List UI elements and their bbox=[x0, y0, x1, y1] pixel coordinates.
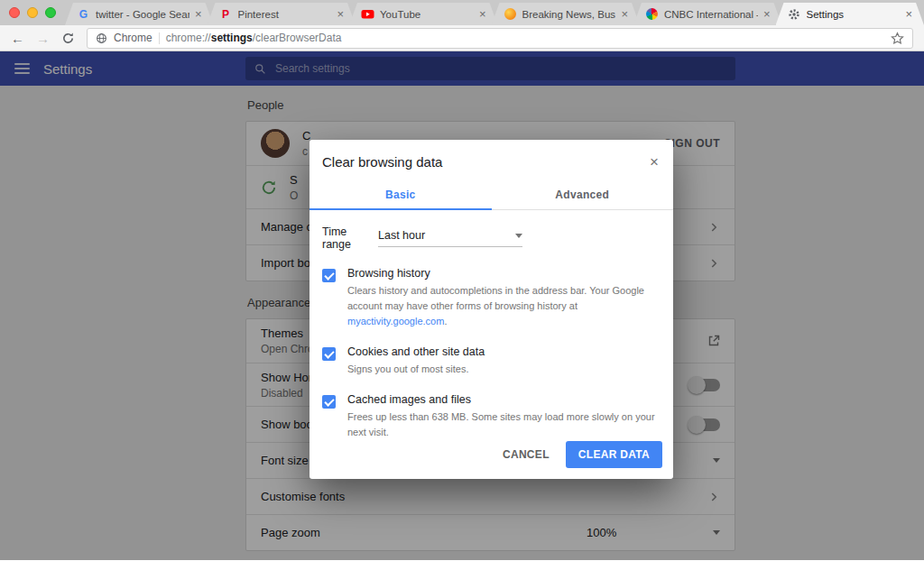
google-favicon-icon: G bbox=[77, 7, 90, 21]
cached-images-checkbox[interactable] bbox=[322, 395, 336, 409]
item-description: Clears history and autocompletions in th… bbox=[347, 283, 659, 329]
tab-pinterest[interactable]: P Pinterest × bbox=[208, 3, 356, 25]
tab-breaking-news[interactable]: Breaking News, Business × bbox=[492, 3, 641, 25]
gear-favicon-icon bbox=[788, 7, 801, 21]
tab-list: G twitter - Google Search × P Pinterest … bbox=[65, 0, 924, 25]
browser-window: G twitter - Google Search × P Pinterest … bbox=[0, 0, 924, 561]
tab-settings[interactable]: Settings × bbox=[776, 3, 924, 25]
tab-strip: G twitter - Google Search × P Pinterest … bbox=[0, 0, 924, 25]
browsing-history-item: Browsing history Clears history and auto… bbox=[322, 267, 661, 329]
cnbc-favicon-icon bbox=[645, 7, 659, 21]
browser-toolbar: ← → Chrome chrome://settings/clearBrowse… bbox=[0, 25, 924, 51]
settings-page: Settings People C c bbox=[0, 51, 924, 560]
omnibox-divider bbox=[159, 32, 160, 44]
tab-twitter-google-search[interactable]: G twitter - Google Search × bbox=[65, 3, 214, 25]
tab-title: twitter - Google Search bbox=[96, 9, 189, 20]
url-text: chrome://settings/clearBrowserData bbox=[166, 32, 342, 44]
item-title: Cookies and other site data bbox=[347, 345, 659, 358]
tab-title: CNBC International – Wor bbox=[664, 9, 758, 20]
address-bar[interactable]: Chrome chrome://settings/clearBrowserDat… bbox=[87, 28, 913, 49]
pinterest-favicon-icon: P bbox=[219, 7, 233, 21]
window-close-button[interactable] bbox=[9, 7, 20, 18]
youtube-favicon-icon bbox=[361, 7, 374, 21]
tab-cnbc[interactable]: CNBC International – Wor × bbox=[633, 3, 782, 25]
tab-basic[interactable]: Basic bbox=[310, 180, 492, 209]
dialog-tab-bar: Basic Advanced bbox=[310, 180, 673, 210]
dialog-title: Clear browsing data bbox=[322, 154, 648, 170]
item-title: Cached images and files bbox=[347, 393, 659, 406]
myactivity-link[interactable]: myactivity.google.com bbox=[347, 316, 444, 326]
time-range-select[interactable]: Last hour bbox=[378, 229, 522, 247]
tab-close-icon[interactable]: × bbox=[195, 8, 202, 20]
tab-close-icon[interactable]: × bbox=[479, 8, 486, 20]
site-chip: Chrome bbox=[114, 32, 152, 44]
time-range-label: Time range bbox=[322, 225, 378, 251]
tab-title: Settings bbox=[807, 9, 901, 20]
tab-title: Breaking News, Business bbox=[522, 9, 616, 20]
tab-title: YouTube bbox=[380, 9, 474, 20]
close-icon[interactable]: × bbox=[648, 154, 661, 170]
cached-images-item: Cached images and files Frees up less th… bbox=[322, 393, 661, 440]
dropdown-caret-icon bbox=[515, 234, 522, 238]
tab-close-icon[interactable]: × bbox=[337, 8, 344, 20]
tab-title: Pinterest bbox=[238, 9, 332, 20]
clear-data-button[interactable]: CLEAR DATA bbox=[566, 441, 662, 468]
browsing-history-checkbox[interactable] bbox=[322, 269, 336, 282]
item-title: Browsing history bbox=[347, 267, 659, 280]
reload-button[interactable] bbox=[61, 32, 75, 45]
window-minimize-button[interactable] bbox=[27, 7, 38, 18]
tab-youtube[interactable]: YouTube × bbox=[349, 3, 498, 25]
tab-close-icon[interactable]: × bbox=[763, 8, 771, 20]
page-info-icon[interactable] bbox=[96, 32, 107, 44]
clear-browsing-data-dialog: Clear browsing data × Basic Advanced Tim… bbox=[310, 140, 673, 479]
bookmark-star-icon[interactable] bbox=[891, 32, 904, 45]
tab-advanced[interactable]: Advanced bbox=[492, 180, 674, 209]
tab-close-icon[interactable]: × bbox=[621, 8, 628, 20]
cancel-button[interactable]: CANCEL bbox=[494, 441, 559, 468]
item-description: Frees up less than 638 MB. Some sites ma… bbox=[347, 409, 659, 440]
window-zoom-button[interactable] bbox=[45, 7, 56, 18]
forward-button[interactable]: → bbox=[36, 32, 50, 45]
cookies-item: Cookies and other site data Signs you ou… bbox=[322, 345, 661, 377]
item-description: Signs you out of most sites. bbox=[347, 362, 659, 377]
back-button[interactable]: ← bbox=[11, 32, 24, 45]
tab-close-icon[interactable]: × bbox=[905, 8, 912, 20]
news-favicon-icon bbox=[504, 7, 517, 21]
cookies-checkbox[interactable] bbox=[322, 347, 336, 361]
window-controls bbox=[0, 0, 65, 25]
